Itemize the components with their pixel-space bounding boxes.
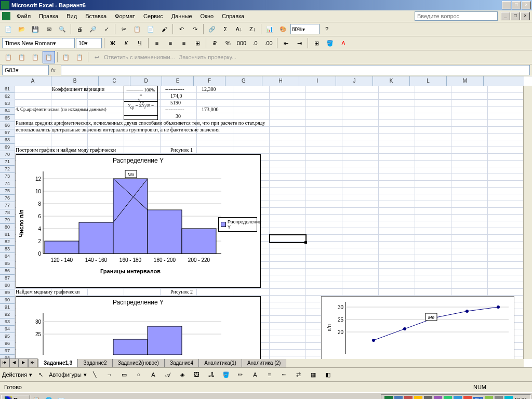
menu-view[interactable]: Вид — [62, 12, 81, 20]
arrow-icon[interactable]: → — [103, 368, 116, 381]
sort-asc-icon[interactable]: A↓ — [233, 23, 245, 35]
tray-icon[interactable] — [485, 396, 493, 399]
column-header[interactable]: A — [15, 76, 51, 86]
percent-icon[interactable]: % — [222, 37, 234, 49]
row-header[interactable]: 95 — [0, 333, 15, 340]
font-color-icon[interactable]: A — [249, 368, 261, 381]
row-header[interactable]: 68 — [0, 137, 15, 144]
oval-icon[interactable]: ○ — [132, 368, 145, 381]
tray-icon[interactable] — [444, 396, 452, 399]
decrease-decimal-icon[interactable]: .00 — [262, 37, 275, 49]
row-header[interactable]: 62 — [0, 93, 15, 100]
paste-icon[interactable]: 📄 — [144, 23, 157, 35]
print-icon[interactable]: 🖨 — [73, 23, 86, 35]
menu-edit[interactable]: Правка — [35, 12, 62, 20]
clock[interactable]: 13:31 — [514, 397, 527, 400]
row-header[interactable]: 78 — [0, 209, 15, 217]
shadow-icon[interactable]: ▦ — [307, 368, 320, 381]
font-size-select[interactable]: 10 ▾ — [76, 38, 102, 48]
chart-wizard-icon[interactable]: 📊 — [263, 23, 276, 35]
copy-icon[interactable]: 📋 — [131, 23, 143, 35]
row-headers[interactable]: 6162636465666768697071727374757677787980… — [0, 86, 15, 367]
drawing-icon[interactable]: 🎨 — [277, 23, 289, 35]
column-header[interactable]: L — [410, 76, 447, 86]
column-header[interactable]: F — [194, 76, 225, 86]
clipart-icon[interactable]: 🖼 — [191, 368, 203, 381]
column-header[interactable]: K — [373, 76, 410, 86]
chart-histogram[interactable]: Распределение Y Число п/п 024 681012 — [16, 154, 261, 288]
name-box[interactable]: G83 ▾ — [2, 65, 49, 75]
row-header[interactable]: 79 — [0, 217, 15, 224]
row-header[interactable]: 97 — [0, 348, 15, 355]
start-button[interactable]: Пуск — [1, 395, 30, 399]
rectangle-icon[interactable]: ▭ — [118, 368, 130, 381]
tray-icon[interactable] — [454, 396, 462, 399]
fill-color-icon[interactable]: 🪣 — [220, 368, 232, 381]
open-icon[interactable]: 📂 — [16, 23, 28, 35]
row-header[interactable]: 72 — [0, 166, 15, 173]
row-header[interactable]: 91 — [0, 304, 15, 311]
search-icon[interactable]: 🔍 — [56, 23, 69, 35]
tray-icon[interactable] — [495, 396, 503, 399]
row-header[interactable]: 61 — [0, 86, 15, 93]
tray-icon[interactable] — [394, 396, 403, 399]
underline-icon[interactable]: Ч — [134, 37, 146, 49]
sheet-tab[interactable]: Аналитика (2) — [242, 359, 287, 367]
row-header[interactable]: 89 — [0, 289, 15, 297]
font-select[interactable]: Times New Roman ▾ — [2, 38, 75, 48]
wordart-icon[interactable]: 𝒜 — [162, 368, 174, 381]
hyperlink-icon[interactable]: 🔗 — [206, 23, 218, 35]
tray-icon[interactable] — [434, 396, 442, 399]
row-header[interactable]: 70 — [0, 151, 15, 158]
column-header[interactable]: H — [262, 76, 299, 86]
spreadsheet-grid[interactable]: ABCDEFGHIJKLM 61626364656667686970717273… — [0, 76, 532, 367]
row-header[interactable]: 94 — [0, 326, 15, 333]
column-header[interactable]: B — [51, 76, 99, 86]
column-header[interactable]: M — [447, 76, 484, 86]
line-icon[interactable]: ╲ — [89, 368, 101, 381]
spellcheck-icon[interactable]: ✓ — [100, 23, 113, 35]
close-button[interactable]: × — [522, 1, 531, 9]
row-header[interactable]: 96 — [0, 340, 15, 348]
row-header[interactable]: 67 — [0, 129, 15, 137]
row-header[interactable]: 80 — [0, 224, 15, 231]
autoshapes-label[interactable]: Автофигуры — [49, 371, 82, 378]
cut-icon[interactable]: ✂ — [117, 23, 130, 35]
tray-icon[interactable] — [414, 396, 422, 399]
quicklaunch-icon[interactable]: 🌐 — [43, 394, 55, 399]
sheet-tab[interactable]: Аналитика(1) — [198, 359, 242, 367]
preview-icon[interactable]: 🔎 — [87, 23, 99, 35]
save-icon[interactable]: 💾 — [29, 23, 42, 35]
increase-decimal-icon[interactable]: .0 — [249, 37, 261, 49]
dash-style-icon[interactable]: ┅ — [278, 368, 290, 381]
column-headers[interactable]: ABCDEFGHIJKLM — [15, 76, 524, 86]
row-header[interactable]: 65 — [0, 115, 15, 122]
row-header[interactable]: 87 — [0, 275, 15, 282]
row-header[interactable]: 85 — [0, 260, 15, 268]
tray-excel-icon[interactable] — [384, 396, 393, 399]
minimize-button[interactable]: _ — [502, 1, 511, 9]
quicklaunch-icon[interactable]: 📋 — [30, 394, 43, 399]
textbox-icon[interactable]: A — [147, 368, 159, 381]
arrow-style-icon[interactable]: ⇄ — [292, 368, 305, 381]
row-header[interactable]: 69 — [0, 144, 15, 151]
3d-icon[interactable]: ◧ — [322, 368, 334, 381]
review-icon4[interactable]: 📋 — [43, 51, 55, 63]
review-reply-icon[interactable]: ↩ — [90, 51, 103, 63]
autosum-icon[interactable]: Σ — [219, 23, 232, 35]
column-header[interactable]: G — [225, 76, 262, 86]
tab-prev-icon[interactable]: ◀ — [9, 358, 19, 367]
horizontal-scrollbar[interactable] — [286, 359, 524, 367]
sheet-tab[interactable]: Задание2 — [77, 359, 112, 367]
row-header[interactable]: 88 — [0, 282, 15, 289]
line-style-icon[interactable]: ≡ — [263, 368, 276, 381]
menu-window[interactable]: Окно — [196, 12, 218, 20]
row-header[interactable]: 93 — [0, 318, 15, 326]
chart-cumulative[interactable]: 302520 п/п Me — [321, 296, 514, 359]
row-header[interactable]: 90 — [0, 297, 15, 304]
diagram-icon[interactable]: ◈ — [176, 368, 189, 381]
row-header[interactable]: 75 — [0, 188, 15, 195]
fill-color-icon[interactable]: 🪣 — [324, 37, 336, 49]
sheet-tab[interactable]: Задание1,3 — [38, 359, 78, 367]
row-header[interactable]: 83 — [0, 246, 15, 253]
